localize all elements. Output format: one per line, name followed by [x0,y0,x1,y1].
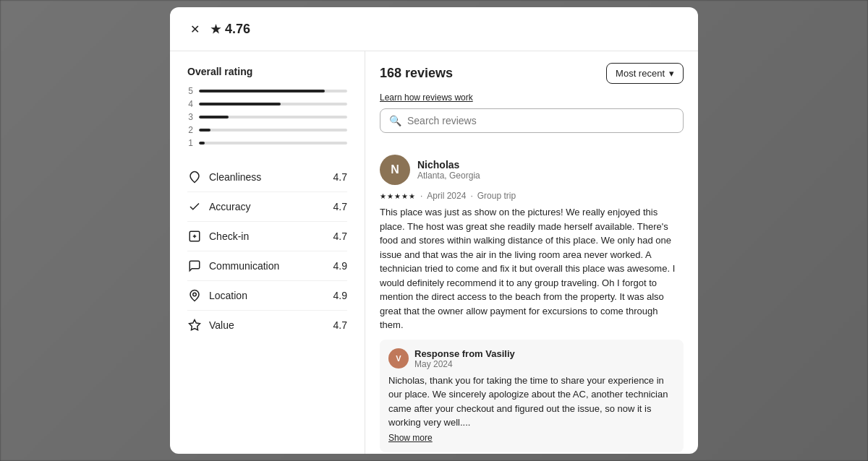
modal-body: Overall rating 5 4 [170,51,698,454]
reviewer-location: Atlanta, Georgia [417,171,684,181]
reviews-header: 168 reviews Most recent ▾ [365,51,698,92]
bar-fill-5 [199,90,325,92]
category-cleanliness: Cleanliness 4.7 [187,163,347,192]
search-input[interactable] [407,115,674,126]
star-bar-row-3: 3 [187,112,347,122]
bar-fill-1 [199,142,205,145]
communication-icon [187,259,202,273]
modal-overlay: ✕ ★ 4.76 Overall rating 5 [0,0,868,461]
cleanliness-label: Cleanliness [209,171,261,183]
star-bar-row-4: 4 [187,99,347,109]
communication-label: Communication [209,260,279,272]
modal-title: ★ 4.76 [210,22,250,37]
communication-score: 4.9 [333,260,347,272]
category-checkin: Check-in 4.7 [187,222,347,251]
search-icon: 🔍 [389,115,401,126]
right-panel: 168 reviews Most recent ▾ Learn how revi… [365,51,698,454]
review-meta: ★★★★★ · April 2024 · Group trip [380,191,684,201]
review-date: April 2024 [427,191,466,201]
bar-fill-2 [199,129,210,132]
review-item: N Nicholas Atlanta, Georgia ★★★★★ · Apri… [380,143,684,454]
star-bar-row-2: 2 [187,125,347,135]
reviewer-row: N Nicholas Atlanta, Georgia [380,155,684,185]
reviews-modal: ✕ ★ 4.76 Overall rating 5 [170,7,698,454]
location-icon [187,288,202,303]
svg-point-1 [193,293,197,296]
review-trip: Group trip [477,191,516,201]
category-location: Location 4.9 [187,281,347,311]
review-stars: ★★★★★ [380,192,416,200]
modal-rating: 4.76 [225,22,250,37]
left-panel: Overall rating 5 4 [170,51,365,454]
value-icon [187,318,202,332]
accuracy-icon [187,199,202,214]
bar-track-2 [199,129,347,132]
location-score: 4.9 [333,290,347,301]
star-bar-row-1: 1 [187,138,347,148]
bar-track-5 [199,90,347,92]
bar-fill-4 [199,103,281,105]
chevron-down-icon: ▾ [669,68,674,79]
cleanliness-icon [187,170,202,184]
value-score: 4.7 [333,319,347,331]
bar-track-3 [199,116,347,119]
learn-link[interactable]: Learn how reviews work [365,92,698,108]
modal-header: ✕ ★ 4.76 [170,7,698,51]
response-text: Nicholas, thank you for taking the time … [388,374,675,430]
checkin-icon [187,229,202,244]
accuracy-score: 4.7 [333,201,347,212]
category-communication: Communication 4.9 [187,251,347,281]
avatar: N [380,155,410,185]
cleanliness-score: 4.7 [333,171,347,183]
location-label: Location [209,290,247,301]
response-avatar: V [388,348,409,369]
overall-rating-label: Overall rating [187,66,347,77]
sort-dropdown[interactable]: Most recent ▾ [606,63,684,84]
response-date: May 2024 [414,359,515,369]
host-response: V Response from Vasiliy May 2024 Nichola… [380,340,684,452]
show-more-link[interactable]: Show more [388,433,433,443]
bar-track-4 [199,103,347,105]
star-bar-row-5: 5 [187,86,347,96]
response-from: Response from Vasiliy [414,348,515,359]
reviews-list: N Nicholas Atlanta, Georgia ★★★★★ · Apri… [365,143,698,454]
close-button[interactable]: ✕ [184,19,205,39]
star-bars: 5 4 3 [187,86,347,148]
star-icon: ★ [210,22,221,36]
bar-track-1 [199,142,347,145]
review-text: This place was just as show on the pictu… [380,205,684,332]
accuracy-label: Accuracy [209,201,251,212]
sort-label: Most recent [616,68,665,79]
search-bar: 🔍 [380,108,684,133]
category-value: Value 4.7 [187,311,347,340]
bar-fill-3 [199,116,229,119]
reviews-count: 168 reviews [380,66,453,81]
reviewer-name: Nicholas [417,159,684,171]
category-accuracy: Accuracy 4.7 [187,192,347,222]
value-label: Value [209,319,234,331]
checkin-label: Check-in [209,231,249,242]
checkin-score: 4.7 [333,231,347,242]
